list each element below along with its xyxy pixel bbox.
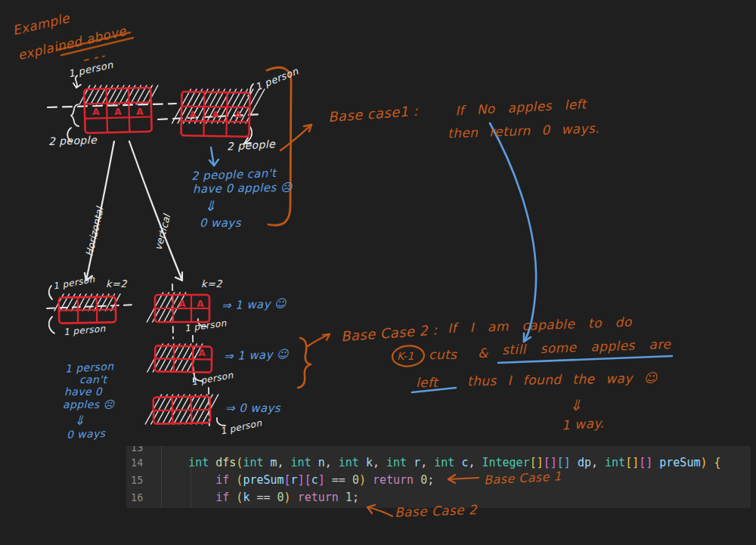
branch-label-horizontal: Horizontal	[83, 205, 106, 257]
code-editor[interactable]: 13 14 15 16 int dfs(int m, int n, int k,…	[126, 446, 751, 508]
base-case-2-text1: If I am capable to do	[448, 314, 632, 336]
base-case-1-label: Base case1 :	[327, 103, 418, 125]
note-0-ways: 0 ways	[200, 216, 241, 230]
code-line-14[interactable]: int dfs(int m, int n, int k, int r, int …	[161, 454, 721, 472]
implies-arrow: ⇓	[74, 413, 85, 428]
label-1-person: 1 person	[191, 370, 234, 387]
apple-letter: A	[136, 107, 144, 117]
branch-arrows	[85, 141, 182, 280]
note-0-ways: 0 ways	[67, 427, 106, 441]
apple-letter: A	[197, 299, 204, 309]
label-1-person: 1 person	[253, 65, 299, 92]
label-k2: k=2	[106, 278, 127, 290]
label-1-person: 1 person	[67, 59, 114, 79]
note-cant: can't	[79, 373, 107, 386]
branch-label-vertical: vertical	[152, 212, 172, 252]
implies-arrow: ⇓	[569, 396, 582, 414]
line-number: 15	[131, 472, 156, 489]
code-line-15[interactable]: if (preSum[r][c] == 0) return 0;	[161, 472, 434, 489]
whiteboard-canvas[interactable]: 13 14 15 16 int dfs(int m, int n, int k,…	[0, 0, 756, 545]
note-0-apples: have 0 apples ☹	[193, 181, 293, 196]
base-case-2-label: Base Case 2 :	[340, 322, 438, 345]
blue-down-arrow	[209, 147, 218, 166]
base-case-2-brace	[298, 334, 330, 388]
code-line-16[interactable]: if (k == 0) return 1;	[161, 489, 359, 506]
apple-letter: A	[178, 299, 186, 309]
base-case-1-text1: If No apples left	[455, 96, 587, 118]
note-have-0: have 0	[64, 386, 102, 398]
label-1-person: 1 person	[219, 417, 262, 436]
label-k2: k=2	[201, 278, 222, 290]
label-1-person: 1 person	[184, 317, 227, 334]
label-1-person: 1 person	[63, 324, 106, 338]
line-number: 16	[131, 489, 156, 506]
k-minus-1: K-1	[397, 350, 414, 362]
apple-letter: A	[198, 348, 206, 358]
apple-letter: A	[234, 110, 242, 120]
result-1-way: ⇒ 1 way ☺	[222, 297, 287, 313]
label-1-person: 1 person	[52, 274, 95, 291]
base-case-1-text2: then return 0 ways.	[448, 120, 600, 141]
note-found-way: thus I found the way ☺	[467, 370, 658, 389]
apple-letter: A	[212, 110, 219, 120]
note-still-apples: still some apples are	[502, 336, 671, 358]
line-number: 14	[131, 454, 156, 472]
apple-letter: A	[114, 107, 122, 117]
apple-letter: A	[92, 107, 100, 117]
result-1-way: 1 way.	[562, 416, 605, 433]
note-1-person: 1 person	[65, 360, 114, 374]
note-ampersand: &	[478, 345, 488, 361]
label-2-people: 2 people	[227, 138, 276, 152]
result-1-way: ⇒ 1 way ☺	[224, 348, 290, 364]
note-title-line1: Example	[11, 11, 71, 39]
apple-letter: A	[189, 110, 197, 120]
note-apples-sad: apples ☹	[63, 398, 114, 410]
note-cuts: cuts	[429, 347, 457, 362]
implies-arrow: ⇓	[204, 197, 216, 214]
blue-connector-arrow	[490, 123, 536, 342]
result-0-ways: ⇒ 0 ways	[225, 401, 280, 415]
code-note-base-case-2: Base Case 2	[395, 502, 478, 520]
label-2-people: 2 people	[48, 134, 98, 147]
note-left: left	[416, 375, 438, 390]
